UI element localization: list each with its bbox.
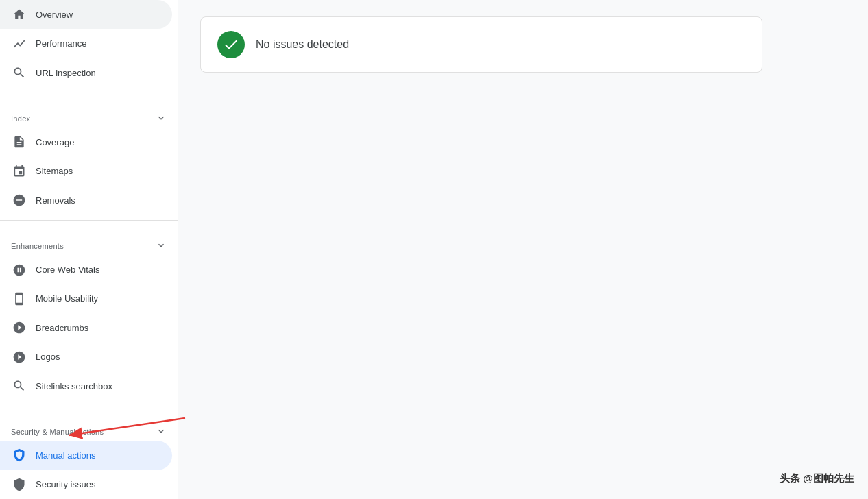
sidebar-item-security-issues[interactable]: Security issues	[0, 470, 172, 499]
mobile-usability-icon	[11, 291, 27, 307]
url-inspection-icon	[11, 64, 27, 81]
index-section-label: Index	[11, 114, 30, 123]
sidebar-item-logos[interactable]: Logos	[0, 343, 172, 372]
core-web-vitals-icon	[11, 262, 27, 278]
sidebar-url-inspection-label: URL inspection	[36, 68, 96, 78]
security-section-label: Security & Manual Actions	[11, 428, 104, 436]
sidebar-item-performance[interactable]: Performance	[0, 29, 172, 58]
sidebar-coverage-label: Coverage	[36, 137, 74, 147]
security-issues-icon	[11, 476, 27, 493]
sidebar-item-coverage[interactable]: Coverage	[0, 127, 172, 156]
main-content: No issues detected	[178, 0, 868, 499]
sidebar-core-web-vitals-label: Core Web Vitals	[36, 265, 99, 275]
coverage-icon	[11, 134, 27, 150]
sidebar-logos-label: Logos	[36, 352, 60, 362]
sidebar-sitelinks-searchbox-label: Sitelinks searchbox	[36, 381, 112, 391]
sidebar-item-removals[interactable]: Removals	[0, 186, 172, 215]
sidebar-item-core-web-vitals[interactable]: Core Web Vitals	[0, 255, 172, 284]
index-chevron-icon	[156, 112, 167, 125]
sidebar-item-overview[interactable]: Overview	[0, 0, 172, 29]
section-header-enhancements[interactable]: Enhancements	[0, 232, 178, 255]
sidebar-removals-label: Removals	[36, 195, 75, 206]
sitelinks-searchbox-icon	[11, 378, 27, 394]
enhancements-chevron-icon	[156, 240, 167, 252]
overview-icon	[11, 6, 27, 23]
sidebar-item-manual-actions[interactable]: Manual actions	[0, 441, 172, 470]
breadcrumbs-icon	[11, 319, 27, 336]
no-issues-text: No issues detected	[256, 38, 349, 51]
sitemaps-icon	[11, 163, 27, 180]
section-header-index[interactable]: Index	[0, 104, 178, 127]
removals-icon	[11, 192, 27, 208]
security-chevron-icon	[156, 426, 167, 438]
divider-2	[0, 220, 178, 221]
enhancements-section-label: Enhancements	[11, 242, 64, 250]
divider-1	[0, 93, 178, 93]
no-issues-card: No issues detected	[200, 16, 762, 73]
sidebar-manual-actions-label: Manual actions	[36, 450, 95, 461]
manual-actions-icon	[11, 447, 27, 463]
sidebar-performance-label: Performance	[36, 38, 86, 49]
check-icon-wrap	[217, 31, 245, 58]
sidebar-item-sitemaps[interactable]: Sitemaps	[0, 157, 172, 186]
sidebar-sitemaps-label: Sitemaps	[36, 166, 73, 176]
sidebar-item-mobile-usability[interactable]: Mobile Usability	[0, 284, 172, 313]
sidebar-mobile-usability-label: Mobile Usability	[36, 293, 98, 304]
check-icon	[223, 36, 239, 53]
sidebar-security-issues-label: Security issues	[36, 479, 95, 489]
sidebar-item-sitelinks-searchbox[interactable]: Sitelinks searchbox	[0, 372, 172, 400]
sidebar-item-url-inspection[interactable]: URL inspection	[0, 58, 172, 87]
sidebar-breadcrumbs-label: Breadcrumbs	[36, 323, 88, 333]
sidebar: Overview Performance URL inspection Inde…	[0, 0, 178, 499]
divider-3	[0, 406, 178, 406]
logos-icon	[11, 349, 27, 365]
sidebar-item-breadcrumbs[interactable]: Breadcrumbs	[0, 313, 172, 342]
performance-icon	[11, 36, 27, 52]
sidebar-overview-label: Overview	[36, 10, 73, 20]
section-header-security[interactable]: Security & Manual Actions	[0, 417, 178, 441]
